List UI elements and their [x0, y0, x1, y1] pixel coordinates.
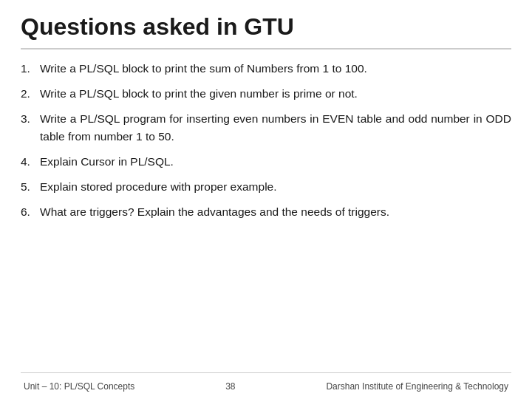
list-text-4: Explain Cursor in PL/SQL.	[40, 153, 511, 171]
list-text-1: Write a PL/SQL block to print the sum of…	[40, 60, 511, 78]
list-number-5: 5.	[21, 178, 40, 196]
list-text-2: Write a PL/SQL block to print the given …	[40, 85, 511, 103]
list-item: 4. Explain Cursor in PL/SQL.	[21, 153, 511, 171]
list-item: 5. Explain stored procedure with proper …	[21, 178, 511, 196]
list-text-5: Explain stored procedure with proper exa…	[40, 178, 511, 196]
list-number-4: 4.	[21, 153, 40, 171]
list-number-3: 3.	[21, 110, 40, 128]
list-item: 2. Write a PL/SQL block to print the giv…	[21, 85, 511, 103]
page: Questions asked in GTU 1. Write a PL/SQL…	[0, 0, 532, 399]
footer-center: 38	[225, 381, 235, 392]
content-area: 1. Write a PL/SQL block to print the sum…	[21, 60, 511, 372]
list-number-6: 6.	[21, 203, 40, 221]
list-number-2: 2.	[21, 85, 40, 103]
list-text-3: Write a PL/SQL program for inserting eve…	[40, 110, 511, 146]
list-number-1: 1.	[21, 60, 40, 78]
footer-right: Darshan Institute of Engineering & Techn…	[326, 381, 508, 392]
list-item: 1. Write a PL/SQL block to print the sum…	[21, 60, 511, 78]
footer: Unit – 10: PL/SQL Concepts 38 Darshan In…	[21, 372, 511, 399]
footer-left: Unit – 10: PL/SQL Concepts	[24, 381, 134, 392]
list-item: 3. Write a PL/SQL program for inserting …	[21, 110, 511, 146]
list-item: 6. What are triggers? Explain the advant…	[21, 203, 511, 221]
page-title: Questions asked in GTU	[21, 13, 511, 50]
list-text-6: What are triggers? Explain the advantage…	[40, 203, 511, 221]
